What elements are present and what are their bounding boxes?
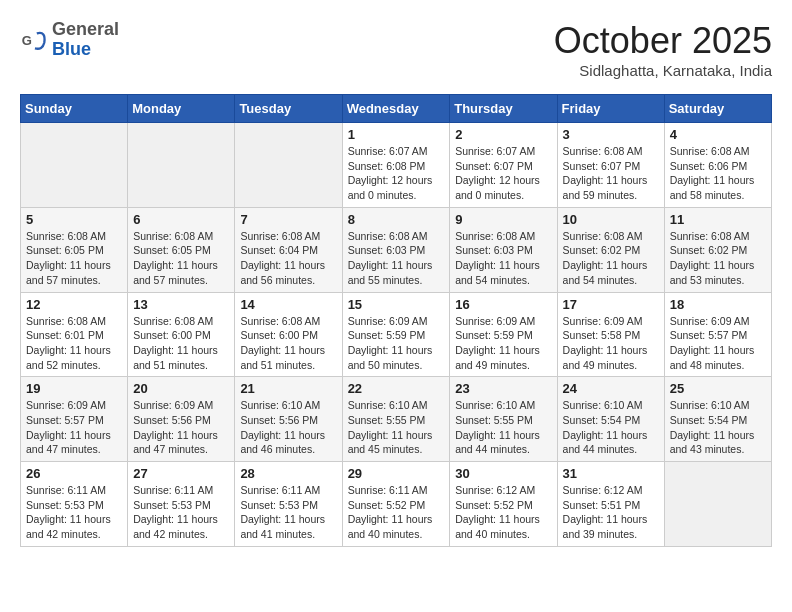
- calendar-table: SundayMondayTuesdayWednesdayThursdayFrid…: [20, 94, 772, 547]
- calendar-cell: 24 Sunrise: 6:10 AMSunset: 5:54 PMDaylig…: [557, 377, 664, 462]
- calendar-cell: 5 Sunrise: 6:08 AMSunset: 6:05 PMDayligh…: [21, 207, 128, 292]
- page-header: G General Blue October 2025 Sidlaghatta,…: [20, 20, 772, 79]
- day-info: Sunrise: 6:08 AMSunset: 6:00 PMDaylight:…: [240, 314, 336, 373]
- day-info: Sunrise: 6:07 AMSunset: 6:08 PMDaylight:…: [348, 144, 445, 203]
- day-info: Sunrise: 6:09 AMSunset: 5:58 PMDaylight:…: [563, 314, 659, 373]
- weekday-header: Friday: [557, 95, 664, 123]
- day-number: 13: [133, 297, 229, 312]
- day-info: Sunrise: 6:09 AMSunset: 5:57 PMDaylight:…: [670, 314, 766, 373]
- svg-text:G: G: [22, 32, 32, 47]
- day-info: Sunrise: 6:10 AMSunset: 5:55 PMDaylight:…: [455, 398, 551, 457]
- calendar-cell: [664, 462, 771, 547]
- day-info: Sunrise: 6:11 AMSunset: 5:53 PMDaylight:…: [240, 483, 336, 542]
- day-number: 16: [455, 297, 551, 312]
- day-info: Sunrise: 6:08 AMSunset: 6:02 PMDaylight:…: [670, 229, 766, 288]
- day-info: Sunrise: 6:10 AMSunset: 5:54 PMDaylight:…: [670, 398, 766, 457]
- calendar-cell: 21 Sunrise: 6:10 AMSunset: 5:56 PMDaylig…: [235, 377, 342, 462]
- day-number: 18: [670, 297, 766, 312]
- calendar-cell: 8 Sunrise: 6:08 AMSunset: 6:03 PMDayligh…: [342, 207, 450, 292]
- title-block: October 2025 Sidlaghatta, Karnataka, Ind…: [554, 20, 772, 79]
- weekday-header: Thursday: [450, 95, 557, 123]
- day-number: 22: [348, 381, 445, 396]
- calendar-week-row: 1 Sunrise: 6:07 AMSunset: 6:08 PMDayligh…: [21, 123, 772, 208]
- calendar-cell: 7 Sunrise: 6:08 AMSunset: 6:04 PMDayligh…: [235, 207, 342, 292]
- day-info: Sunrise: 6:11 AMSunset: 5:53 PMDaylight:…: [26, 483, 122, 542]
- day-info: Sunrise: 6:08 AMSunset: 6:05 PMDaylight:…: [26, 229, 122, 288]
- day-info: Sunrise: 6:11 AMSunset: 5:52 PMDaylight:…: [348, 483, 445, 542]
- calendar-cell: 26 Sunrise: 6:11 AMSunset: 5:53 PMDaylig…: [21, 462, 128, 547]
- calendar-cell: 6 Sunrise: 6:08 AMSunset: 6:05 PMDayligh…: [128, 207, 235, 292]
- calendar-week-row: 5 Sunrise: 6:08 AMSunset: 6:05 PMDayligh…: [21, 207, 772, 292]
- calendar-cell: 4 Sunrise: 6:08 AMSunset: 6:06 PMDayligh…: [664, 123, 771, 208]
- calendar-cell: 9 Sunrise: 6:08 AMSunset: 6:03 PMDayligh…: [450, 207, 557, 292]
- day-info: Sunrise: 6:10 AMSunset: 5:55 PMDaylight:…: [348, 398, 445, 457]
- day-info: Sunrise: 6:12 AMSunset: 5:51 PMDaylight:…: [563, 483, 659, 542]
- day-info: Sunrise: 6:11 AMSunset: 5:53 PMDaylight:…: [133, 483, 229, 542]
- month-title: October 2025: [554, 20, 772, 62]
- weekday-header: Sunday: [21, 95, 128, 123]
- calendar-cell: 18 Sunrise: 6:09 AMSunset: 5:57 PMDaylig…: [664, 292, 771, 377]
- day-number: 10: [563, 212, 659, 227]
- day-number: 4: [670, 127, 766, 142]
- logo: G General Blue: [20, 20, 119, 60]
- day-info: Sunrise: 6:09 AMSunset: 5:59 PMDaylight:…: [348, 314, 445, 373]
- calendar-cell: 30 Sunrise: 6:12 AMSunset: 5:52 PMDaylig…: [450, 462, 557, 547]
- day-info: Sunrise: 6:12 AMSunset: 5:52 PMDaylight:…: [455, 483, 551, 542]
- location: Sidlaghatta, Karnataka, India: [554, 62, 772, 79]
- day-number: 6: [133, 212, 229, 227]
- calendar-cell: 14 Sunrise: 6:08 AMSunset: 6:00 PMDaylig…: [235, 292, 342, 377]
- day-number: 26: [26, 466, 122, 481]
- day-number: 23: [455, 381, 551, 396]
- day-number: 7: [240, 212, 336, 227]
- calendar-cell: 12 Sunrise: 6:08 AMSunset: 6:01 PMDaylig…: [21, 292, 128, 377]
- day-info: Sunrise: 6:10 AMSunset: 5:54 PMDaylight:…: [563, 398, 659, 457]
- day-number: 11: [670, 212, 766, 227]
- calendar-cell: 3 Sunrise: 6:08 AMSunset: 6:07 PMDayligh…: [557, 123, 664, 208]
- calendar-cell: 27 Sunrise: 6:11 AMSunset: 5:53 PMDaylig…: [128, 462, 235, 547]
- weekday-header: Wednesday: [342, 95, 450, 123]
- calendar-cell: 1 Sunrise: 6:07 AMSunset: 6:08 PMDayligh…: [342, 123, 450, 208]
- day-number: 28: [240, 466, 336, 481]
- calendar-week-row: 26 Sunrise: 6:11 AMSunset: 5:53 PMDaylig…: [21, 462, 772, 547]
- day-number: 12: [26, 297, 122, 312]
- day-info: Sunrise: 6:09 AMSunset: 5:57 PMDaylight:…: [26, 398, 122, 457]
- logo-icon: G: [20, 26, 48, 54]
- day-number: 25: [670, 381, 766, 396]
- calendar-cell: 29 Sunrise: 6:11 AMSunset: 5:52 PMDaylig…: [342, 462, 450, 547]
- calendar-cell: 2 Sunrise: 6:07 AMSunset: 6:07 PMDayligh…: [450, 123, 557, 208]
- calendar-cell: 23 Sunrise: 6:10 AMSunset: 5:55 PMDaylig…: [450, 377, 557, 462]
- calendar-cell: 19 Sunrise: 6:09 AMSunset: 5:57 PMDaylig…: [21, 377, 128, 462]
- day-number: 30: [455, 466, 551, 481]
- day-info: Sunrise: 6:08 AMSunset: 6:04 PMDaylight:…: [240, 229, 336, 288]
- calendar-cell: 11 Sunrise: 6:08 AMSunset: 6:02 PMDaylig…: [664, 207, 771, 292]
- calendar-cell: 25 Sunrise: 6:10 AMSunset: 5:54 PMDaylig…: [664, 377, 771, 462]
- day-number: 3: [563, 127, 659, 142]
- day-number: 27: [133, 466, 229, 481]
- calendar-cell: [235, 123, 342, 208]
- day-number: 31: [563, 466, 659, 481]
- calendar-cell: [21, 123, 128, 208]
- day-number: 5: [26, 212, 122, 227]
- day-info: Sunrise: 6:08 AMSunset: 6:03 PMDaylight:…: [348, 229, 445, 288]
- calendar-cell: 17 Sunrise: 6:09 AMSunset: 5:58 PMDaylig…: [557, 292, 664, 377]
- day-info: Sunrise: 6:08 AMSunset: 6:03 PMDaylight:…: [455, 229, 551, 288]
- day-number: 2: [455, 127, 551, 142]
- day-info: Sunrise: 6:08 AMSunset: 6:05 PMDaylight:…: [133, 229, 229, 288]
- weekday-header: Saturday: [664, 95, 771, 123]
- day-number: 21: [240, 381, 336, 396]
- calendar-cell: 31 Sunrise: 6:12 AMSunset: 5:51 PMDaylig…: [557, 462, 664, 547]
- day-info: Sunrise: 6:08 AMSunset: 6:02 PMDaylight:…: [563, 229, 659, 288]
- logo-text: General Blue: [52, 20, 119, 60]
- calendar-cell: 28 Sunrise: 6:11 AMSunset: 5:53 PMDaylig…: [235, 462, 342, 547]
- day-number: 24: [563, 381, 659, 396]
- day-number: 9: [455, 212, 551, 227]
- weekday-header: Tuesday: [235, 95, 342, 123]
- day-info: Sunrise: 6:09 AMSunset: 5:56 PMDaylight:…: [133, 398, 229, 457]
- day-number: 8: [348, 212, 445, 227]
- day-number: 17: [563, 297, 659, 312]
- day-number: 20: [133, 381, 229, 396]
- day-info: Sunrise: 6:08 AMSunset: 6:06 PMDaylight:…: [670, 144, 766, 203]
- day-number: 1: [348, 127, 445, 142]
- calendar-cell: 16 Sunrise: 6:09 AMSunset: 5:59 PMDaylig…: [450, 292, 557, 377]
- day-info: Sunrise: 6:08 AMSunset: 6:01 PMDaylight:…: [26, 314, 122, 373]
